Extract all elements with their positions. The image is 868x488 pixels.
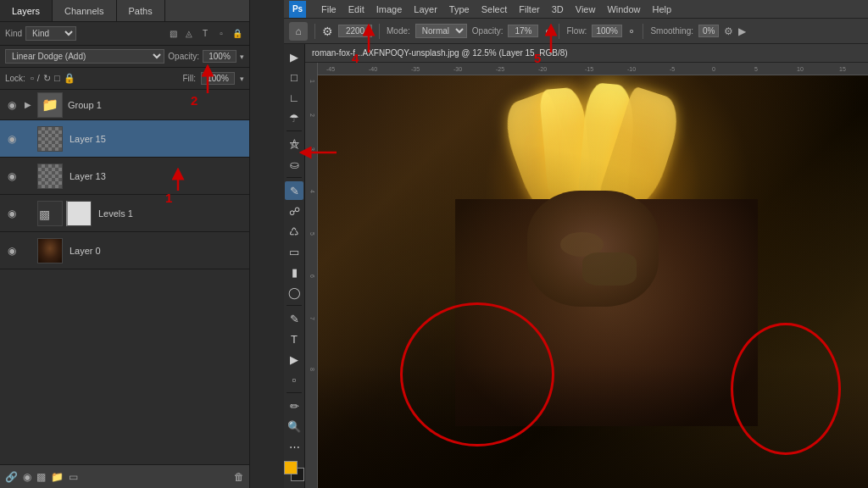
foreground-color[interactable]	[284, 461, 298, 474]
tool-dodge[interactable]: ◯	[285, 283, 303, 302]
extra-options-icon[interactable]: ▶	[738, 25, 746, 37]
tool-history-brush[interactable]: ♺	[285, 222, 303, 241]
expand-arrow-group1[interactable]: ▶	[22, 100, 34, 109]
menu-file[interactable]: File	[321, 4, 337, 14]
blend-mode-select[interactable]: Linear Dodge (Add)	[5, 49, 164, 64]
lock-artboard-icon[interactable]: □	[54, 73, 60, 84]
visibility-eye-13[interactable]: ◉	[5, 169, 19, 183]
tool-type[interactable]: T	[285, 330, 303, 348]
tool-magic-wand[interactable]: ☂	[285, 108, 303, 127]
tool-zoom[interactable]: 🔍	[285, 417, 303, 435]
flow-input[interactable]: 100%	[592, 25, 622, 37]
menu-layer[interactable]: Layer	[414, 4, 437, 14]
visibility-eye-group1[interactable]: ◉	[5, 98, 19, 112]
menu-edit[interactable]: Edit	[348, 4, 364, 14]
new-layer-icon[interactable]: ▭	[69, 471, 78, 483]
new-group-icon[interactable]: 📁	[51, 471, 64, 483]
layer-thumb-13	[37, 164, 63, 189]
add-adjustment-icon[interactable]: ◉	[23, 471, 31, 483]
layer-list: ◉ ▶ 📁 Group 1 ◉ Layer 15 ◉ Layer 13 ◉	[0, 90, 249, 464]
tool-more[interactable]: ⋯	[285, 437, 303, 456]
canvas-image[interactable]	[318, 75, 868, 488]
layer-item-0[interactable]: ◉ Layer 0	[0, 232, 249, 269]
tool-shape[interactable]: ▫	[285, 370, 303, 389]
ruler-h-mark-0: 0	[712, 66, 715, 72]
tool-marquee[interactable]: □	[285, 68, 303, 86]
layer-item-levels1[interactable]: ◉ ▩ Levels 1	[0, 195, 249, 232]
tool-hand[interactable]: ✏	[285, 396, 303, 415]
tab-paths[interactable]: Paths	[117, 0, 165, 21]
lock-paint-icon[interactable]: /	[37, 73, 40, 84]
tool-clone[interactable]: ☍	[285, 202, 303, 220]
lock-transparent-icon[interactable]: ▫	[31, 73, 34, 84]
mode-label: Mode:	[387, 26, 410, 36]
tab-layers[interactable]: Layers	[0, 0, 53, 21]
fill-dropdown-icon[interactable]: ▾	[240, 75, 244, 83]
ruler-v-inner: 1 2 3 4 5 6 7 8	[305, 63, 317, 488]
opacity-dropdown-icon[interactable]: ▾	[240, 53, 244, 61]
menu-filter[interactable]: Filter	[519, 4, 539, 14]
home-button[interactable]: ⌂	[289, 22, 308, 41]
kind-select[interactable]: Kind	[25, 26, 76, 41]
tool-gradient[interactable]: ▮	[285, 263, 303, 281]
brush-size-input[interactable]: 2200	[338, 25, 372, 37]
smoothing-input[interactable]: 0%	[698, 25, 719, 37]
tool-move[interactable]: ▶	[285, 47, 303, 66]
menu-3d[interactable]: 3D	[552, 4, 564, 14]
tool-eraser[interactable]: ▭	[285, 242, 303, 261]
opacity-label-options: Opacity:	[472, 26, 504, 36]
smart-filter-icon[interactable]: 🔒	[231, 27, 244, 41]
layer-name-levels1: Levels 1	[95, 208, 244, 219]
tool-path-selection[interactable]: ▶	[285, 350, 303, 369]
fill-value[interactable]: 100%	[201, 72, 235, 85]
type-filter-icon[interactable]: T	[198, 27, 212, 41]
tab-channels[interactable]: Channels	[53, 0, 116, 21]
bottom-fade	[318, 364, 868, 488]
layer-mask-thumb-levels1	[66, 201, 92, 226]
lock-move-icon[interactable]: ↻	[43, 73, 51, 84]
pixel-filter-icon[interactable]: ▧	[166, 27, 180, 41]
lock-all-icon[interactable]: 🔒	[64, 73, 75, 84]
menu-view[interactable]: View	[576, 4, 596, 14]
flow-label: Flow:	[566, 26, 587, 36]
ruler-v-mark-7: 7	[309, 317, 315, 320]
settings-icon[interactable]: ⚙	[724, 25, 733, 37]
menu-type[interactable]: Type	[449, 4, 470, 14]
mode-select[interactable]: Normal	[415, 24, 467, 38]
document-tab[interactable]: roman-fox-f...AXFNPOQY-unsplash.jpg @ 12…	[312, 48, 568, 58]
menu-image[interactable]: Image	[376, 4, 403, 14]
delete-icon[interactable]: 🗑	[234, 471, 244, 483]
visibility-eye-0[interactable]: ◉	[5, 244, 19, 258]
menu-select[interactable]: Select	[481, 4, 508, 14]
visibility-eye-levels1[interactable]: ◉	[5, 207, 19, 220]
tool-lasso[interactable]: ∟	[285, 88, 303, 107]
kind-filter-bar: Kind Kind ▧ ◬ T ▫ 🔒	[0, 22, 249, 46]
layer-item-13[interactable]: ◉ Layer 13	[0, 158, 249, 195]
pressure-opacity-icon[interactable]: ⚬	[543, 25, 552, 37]
link-icon[interactable]: 🔗	[5, 471, 18, 483]
deer-thumbnail	[38, 239, 62, 263]
adjustment-filter-icon[interactable]: ◬	[182, 27, 196, 41]
separator-4	[643, 24, 643, 39]
shape-filter-icon[interactable]: ▫	[214, 27, 228, 41]
layer-name-group1: Group 1	[66, 100, 244, 110]
tool-eyedropper[interactable]: ⛀	[285, 155, 303, 174]
visibility-eye-15[interactable]: ◉	[5, 132, 19, 146]
menu-help[interactable]: Help	[653, 4, 672, 14]
opacity-value[interactable]: 100%	[203, 50, 236, 63]
ruler-v-mark-5: 5	[309, 232, 315, 236]
menu-window[interactable]: Window	[607, 4, 640, 14]
layer-item-group1[interactable]: ◉ ▶ 📁 Group 1	[0, 90, 249, 120]
layer-item-15[interactable]: ◉ Layer 15	[0, 120, 249, 158]
tool-crop[interactable]: ⛤	[285, 135, 303, 153]
opacity-input-options[interactable]: 17%	[508, 25, 538, 37]
tool-pen[interactable]: ✎	[285, 309, 303, 328]
add-mask-icon[interactable]: ▩	[36, 471, 46, 483]
pressure-flow-icon[interactable]: ⚬	[627, 25, 636, 37]
canvas-area: roman-fox-f...AXFNPOQY-unsplash.jpg @ 12…	[305, 44, 868, 488]
fill-label: Fill:	[182, 74, 196, 83]
swatch-container	[284, 461, 304, 481]
tool-brush[interactable]: ✎	[285, 181, 303, 200]
ruler-vertical: 1 2 3 4 5 6 7 8	[305, 63, 318, 488]
filter-icons: ▧ ◬ T ▫ 🔒	[166, 27, 244, 41]
